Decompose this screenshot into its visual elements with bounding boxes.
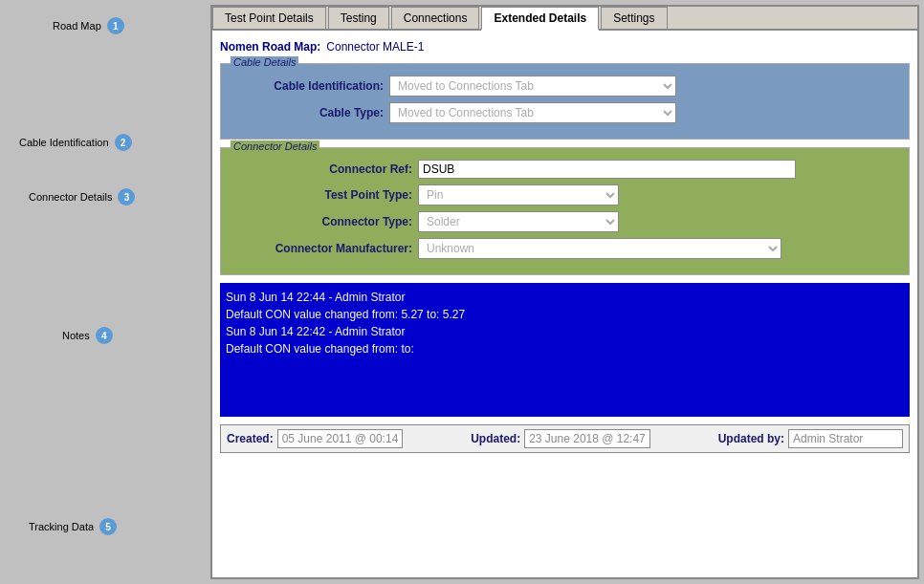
created-label: Created:	[227, 432, 274, 445]
callout-road-map-label: Road Map	[53, 20, 101, 32]
callout-cable-id: Cable Identification 2	[19, 134, 132, 151]
updated-label: Updated:	[471, 432, 520, 445]
app-container: Road Map 1 Cable Identification 2 Connec…	[0, 0, 924, 584]
updated-by-label: Updated by:	[718, 432, 784, 445]
connector-ref-input[interactable]	[418, 160, 796, 179]
callout-tracking-label: Tracking Data	[29, 521, 94, 532]
connector-manufacturer-label: Connector Manufacturer:	[231, 242, 412, 255]
callout-tracking-number: 5	[99, 518, 117, 535]
test-point-type-row: Test Point Type: Pin	[231, 184, 899, 205]
tab-connections[interactable]: Connections	[391, 7, 480, 29]
cable-identification-select[interactable]: Moved to Connections Tab	[389, 76, 676, 97]
callout-road-map-number: 1	[107, 17, 124, 34]
callout-cable-id-label: Cable Identification	[19, 137, 109, 148]
connector-type-select[interactable]: Solder	[418, 211, 619, 232]
connector-details-section: Connector Details Connector Ref: Test Po…	[220, 147, 910, 275]
note-line-3: Sun 8 Jun 14 22:42 - Admin Strator	[226, 323, 904, 340]
cable-details-section: Cable Details Cable Identification: Move…	[220, 63, 910, 140]
test-point-type-label: Test Point Type:	[231, 188, 412, 202]
callout-connector-details-label: Connector Details	[29, 191, 112, 203]
callout-tracking: Tracking Data 5	[29, 518, 117, 535]
callout-notes: Notes 4	[62, 327, 113, 344]
nomen-road-map-value: Connector MALE-1	[326, 40, 424, 54]
updated-by-value: Admin Strator	[788, 429, 903, 448]
content-area: Nomen Road Map: Connector MALE-1 Cable D…	[212, 31, 917, 577]
cable-type-label: Cable Type:	[231, 106, 384, 119]
created-value: 05 June 2011 @ 00:14	[277, 429, 404, 448]
connector-type-label: Connector Type:	[231, 215, 412, 228]
updated-value: 23 June 2018 @ 12:47	[524, 429, 650, 448]
tab-test-point-details[interactable]: Test Point Details	[212, 7, 326, 29]
callout-connector-details: Connector Details 3	[29, 188, 135, 205]
callout-cable-id-number: 2	[115, 134, 132, 151]
tab-extended-details[interactable]: Extended Details	[481, 7, 599, 31]
callout-road-map: Road Map 1	[53, 17, 124, 34]
cable-identification-row: Cable Identification: Moved to Connectio…	[231, 76, 899, 97]
test-point-type-select[interactable]: Pin	[418, 184, 619, 205]
cable-details-legend: Cable Details	[231, 56, 298, 68]
tabs-bar: Test Point Details Testing Connections E…	[212, 7, 917, 31]
nomen-row: Nomen Road Map: Connector MALE-1	[220, 38, 910, 55]
connector-ref-row: Connector Ref:	[231, 160, 899, 179]
connector-type-row: Connector Type: Solder	[231, 211, 899, 232]
note-line-2: Default CON value changed from: 5.27 to:…	[226, 306, 904, 323]
tracking-row: Created: 05 June 2011 @ 00:14 Updated: 2…	[220, 424, 910, 453]
connector-details-legend: Connector Details	[231, 141, 319, 152]
connector-manufacturer-row: Connector Manufacturer: Unknown	[231, 238, 899, 259]
callout-notes-label: Notes	[62, 330, 90, 341]
callout-area: Road Map 1 Cable Identification 2 Connec…	[0, 0, 210, 584]
tab-settings[interactable]: Settings	[601, 7, 667, 29]
callout-connector-details-number: 3	[118, 188, 135, 205]
tab-testing[interactable]: Testing	[328, 7, 389, 29]
cable-identification-label: Cable Identification:	[231, 79, 384, 93]
callout-notes-number: 4	[96, 327, 113, 344]
main-panel: Test Point Details Testing Connections E…	[210, 5, 919, 579]
note-line-1: Sun 8 Jun 14 22:44 - Admin Strator	[226, 289, 904, 306]
note-line-4: Default CON value changed from: to:	[226, 340, 904, 357]
connector-manufacturer-select[interactable]: Unknown	[418, 238, 781, 259]
cable-type-select[interactable]: Moved to Connections Tab	[389, 102, 676, 123]
notes-area: Sun 8 Jun 14 22:44 - Admin Strator Defau…	[220, 283, 910, 417]
connector-ref-label: Connector Ref:	[231, 162, 412, 176]
cable-type-row: Cable Type: Moved to Connections Tab	[231, 102, 899, 123]
nomen-road-map-label: Nomen Road Map:	[220, 40, 320, 54]
